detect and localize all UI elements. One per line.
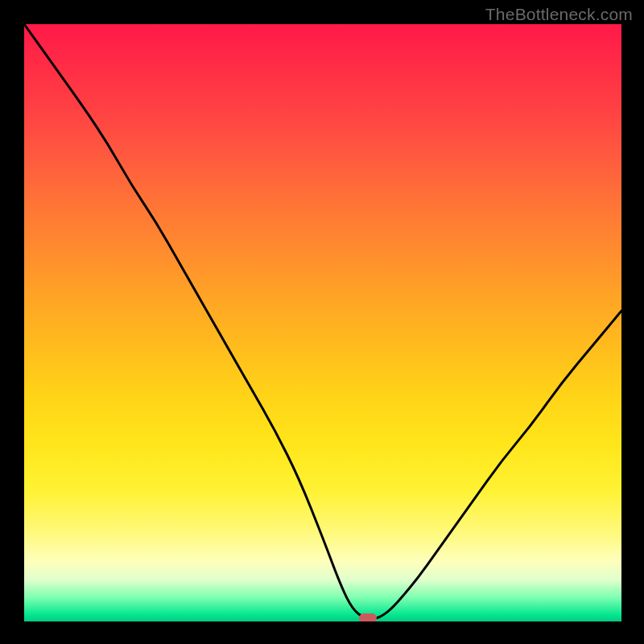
plot-area: [24, 24, 621, 621]
chart-frame: TheBottleneck.com: [0, 0, 644, 644]
curve-svg: [24, 24, 621, 621]
minimum-marker: [359, 613, 377, 621]
watermark-text: TheBottleneck.com: [485, 5, 633, 24]
bottleneck-curve: [24, 24, 621, 618]
